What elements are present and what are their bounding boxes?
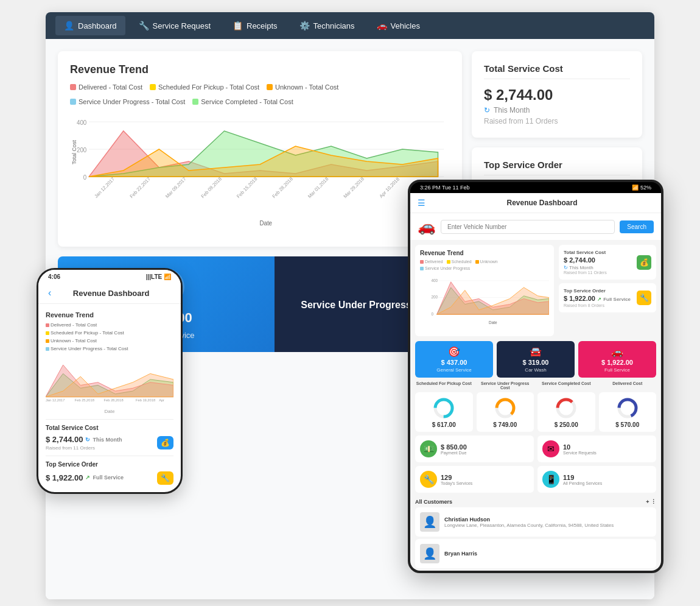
tablet-payment-text: $ 850.00 Payment Due bbox=[441, 443, 467, 455]
phone-service-icon: 🔧 bbox=[157, 471, 173, 485]
nav-dashboard[interactable]: 👤 Dashboard bbox=[55, 16, 125, 35]
nav-vehicles[interactable]: 🚗 Vehicles bbox=[368, 16, 429, 35]
tablet-bottom-row: 💵 $ 850.00 Payment Due ✉ 10 Service Requ… bbox=[410, 435, 661, 462]
tablet-customer-name-2: Bryan Harris bbox=[444, 551, 477, 557]
legend-progress: Service Under Progress - Total Cost bbox=[70, 98, 185, 105]
legend-dot-delivered bbox=[70, 84, 76, 90]
phone-signal: |||LTE 📶 bbox=[146, 273, 171, 280]
tablet-general-service: 🎯 $ 437.00 General Service bbox=[415, 341, 493, 378]
tablet-customer-info-1: Christian Hudson Longview Lane, Pleasant… bbox=[444, 516, 614, 528]
nav-receipts[interactable]: 📋 Receipts bbox=[224, 16, 286, 35]
phone-metric-icon: 💰 bbox=[157, 436, 173, 449]
completed-label: Service Completed Cost bbox=[537, 381, 595, 390]
tablet-badge-green: 💰 bbox=[637, 255, 651, 270]
phone-time: 4:06 bbox=[48, 273, 60, 280]
svg-text:Apr: Apr bbox=[159, 398, 164, 402]
tablet-cw-label: Car Wash bbox=[525, 367, 546, 373]
svg-text:400: 400 bbox=[431, 278, 438, 283]
phone-body: Revenue Trend Delivered - Total Cost Sch… bbox=[38, 304, 181, 492]
tablet-sreq-icon: ✉ bbox=[542, 440, 559, 457]
svg-text:200: 200 bbox=[431, 295, 438, 300]
tablet-today-services: 🔧 129 Today's Services bbox=[415, 466, 534, 493]
total-service-amount: $ 2,744.00 bbox=[484, 86, 558, 104]
tablet-fs-amount: $ 1,922.00 bbox=[601, 359, 633, 366]
svg-text:Feb 09,2018: Feb 09,2018 bbox=[200, 176, 223, 200]
tablet-car-icon: 🚗 bbox=[418, 218, 436, 235]
tablet-total-period: ↻ This Month bbox=[564, 265, 607, 270]
tablet-scheduled-cost: $ 617.00 bbox=[415, 392, 473, 432]
tablet-scheduled-amount: $ 617.00 bbox=[432, 421, 456, 428]
tablet-mockup: 3:26 PM Tue 11 Feb 📶 52% ☰ Revenue Dashb… bbox=[408, 180, 663, 573]
tablet-search-button[interactable]: Search bbox=[620, 220, 654, 233]
legend-dot-scheduled bbox=[150, 84, 156, 90]
svg-text:400: 400 bbox=[77, 119, 87, 126]
tablet-bottom-row-2: 🔧 129 Today's Services 📱 119 All Pending… bbox=[410, 466, 661, 493]
total-service-card: Total Service Cost $ 2,744.00 ↻ This Mon… bbox=[472, 51, 642, 138]
svg-text:Total Cost: Total Cost bbox=[71, 139, 77, 164]
tablet-menu-icon[interactable]: ☰ bbox=[418, 198, 425, 208]
tablet-completed-amount: $ 250.00 bbox=[555, 421, 578, 428]
tablet-service-row: 🎯 $ 437.00 General Service 🚘 $ 319.00 Ca… bbox=[410, 341, 661, 378]
tablet-pending-services: 📱 119 All Pending Services bbox=[537, 466, 656, 493]
nav-service-request[interactable]: 🔧 Service Request bbox=[130, 16, 219, 35]
svg-text:Feb 25,2018: Feb 25,2018 bbox=[75, 398, 94, 402]
phone-chart: Jan 12,2017 Feb 25,2018 Feb 28,2018 Feb … bbox=[46, 355, 173, 404]
tablet-cw-icon: 🚘 bbox=[530, 346, 542, 358]
svg-text:Feb 22,2017: Feb 22,2017 bbox=[129, 176, 152, 199]
tablet-full-service: 🚗 $ 1,922.00 Full Service bbox=[578, 341, 656, 378]
tablet-battery: 📶 52% bbox=[632, 185, 651, 191]
svg-text:Apr 10,2018: Apr 10,2018 bbox=[379, 176, 401, 199]
phone-dot-progress bbox=[46, 347, 49, 351]
tablet-progress-amount: $ 749.00 bbox=[493, 421, 517, 428]
tablet-top-orders: Raised from 8 Orders bbox=[564, 303, 631, 308]
tablet-pending-icon: 📱 bbox=[542, 471, 559, 488]
delivered-label: Delivered Cost bbox=[599, 381, 657, 390]
tablet-top-amount: $ 1,922.00 ↗ Full Service bbox=[564, 295, 631, 302]
phone-legend: Delivered - Total Cost Scheduled For Pic… bbox=[46, 322, 173, 351]
phone-dot-scheduled bbox=[46, 331, 49, 335]
svg-text:Feb 15,2018: Feb 15,2018 bbox=[236, 176, 259, 200]
nav-technicians[interactable]: ⚙️ Technicians bbox=[291, 16, 363, 35]
phone-legend-delivered: Delivered - Total Cost bbox=[46, 322, 97, 328]
phone-legend-scheduled: Scheduled For Pickup - Total Cost bbox=[46, 330, 124, 336]
legend-scheduled: Scheduled For Pickup - Total Cost bbox=[150, 83, 259, 91]
receipts-icon: 📋 bbox=[233, 21, 243, 30]
service-icon: 🔧 bbox=[139, 21, 149, 30]
legend-unknown: Unknown - Total Cost bbox=[267, 83, 338, 91]
legend-delivered: Delivered - Total Cost bbox=[70, 83, 142, 91]
tablet-total-amount: $ 2,744.00 bbox=[564, 256, 607, 264]
tablet-top-bar: ☰ Revenue Dashboard bbox=[410, 193, 661, 213]
revenue-trend-card: Revenue Trend Delivered - Total Cost Sch… bbox=[58, 51, 462, 247]
phone-legend-unknown: Unknown - Total Cost bbox=[46, 338, 97, 344]
tablet-title: Revenue Dashboard bbox=[430, 199, 654, 207]
tablet-total-orders: Raised from 11 Orders bbox=[564, 270, 607, 275]
tablet-chart-title: Revenue Trend bbox=[420, 250, 549, 256]
phone-total-orders: Raised from 11 Orders bbox=[46, 445, 122, 451]
svg-text:Mar 29,2018: Mar 29,2018 bbox=[343, 176, 366, 200]
tablet-pending-text: 119 All Pending Services bbox=[563, 474, 602, 485]
tablet-gs-icon: 🎯 bbox=[448, 346, 460, 358]
tablet-gs-amount: $ 437.00 bbox=[441, 359, 467, 366]
svg-text:Mar 09,2017: Mar 09,2017 bbox=[164, 176, 187, 199]
tablet-badge-yellow: 🔧 bbox=[637, 291, 651, 305]
tablet-customer-avatar-1: 👤 bbox=[420, 512, 439, 532]
tablet-customer-row-1[interactable]: 👤 Christian Hudson Longview Lane, Pleasa… bbox=[415, 507, 656, 537]
legend-dot-progress bbox=[70, 99, 76, 105]
customers-actions[interactable]: + ⋮ bbox=[646, 499, 656, 505]
top-nav: 👤 Dashboard 🔧 Service Request 📋 Receipts… bbox=[46, 12, 654, 39]
tablet-customer-row-2[interactable]: 👤 Bryan Harris bbox=[415, 539, 656, 568]
tablet-time: 3:26 PM Tue 11 Feb bbox=[420, 185, 470, 191]
legend-dot-completed bbox=[192, 99, 198, 105]
tablet-right-metrics: Total Service Cost $ 2,744.00 ↻ This Mon… bbox=[559, 245, 656, 336]
tablet-cw-amount: $ 319.00 bbox=[523, 359, 549, 366]
top-service-title: Top Service Order bbox=[484, 160, 630, 175]
phone-legend-progress: Service Under Progress - Total Cost bbox=[46, 346, 128, 351]
tablet-body: ☰ Revenue Dashboard 🚗 Search Revenue Tre… bbox=[410, 193, 661, 571]
phone-top-service-title: Top Service Order bbox=[46, 461, 173, 468]
total-service-meta: ↻ This Month bbox=[484, 106, 558, 115]
tablet-search-input[interactable] bbox=[441, 220, 615, 234]
svg-text:0: 0 bbox=[83, 174, 87, 181]
phone-total-amount: $ 2,744.00 ↻ This Month bbox=[46, 435, 122, 444]
legend-dot-unknown bbox=[267, 84, 273, 90]
svg-text:Feb 19,2018: Feb 19,2018 bbox=[136, 398, 155, 402]
